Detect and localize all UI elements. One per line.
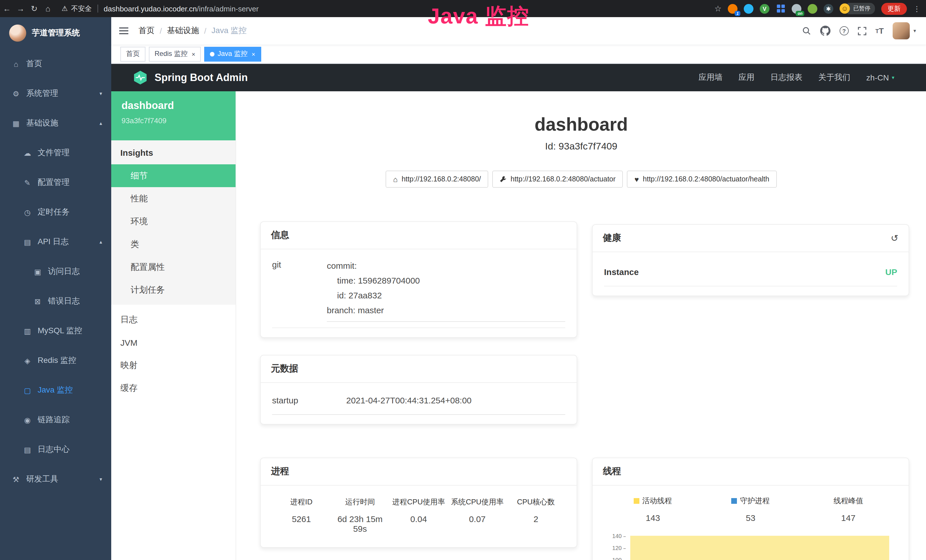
sidebar-item-api-logs[interactable]: ▤ API 日志 ▴ (0, 227, 111, 257)
sidebar-item-config-management[interactable]: ✎ 配置管理 (0, 168, 111, 197)
fullscreen-icon[interactable] (858, 27, 866, 35)
url-path: /infra/admin-server (197, 4, 259, 13)
actuator-url-button[interactable]: http://192.168.0.2:48080/actuator (492, 171, 623, 188)
sidebar-item-scheduled-jobs[interactable]: ◷ 定时任务 (0, 197, 111, 227)
health-url-button[interactable]: ♥ http://192.168.0.2:48080/actuator/heal… (627, 171, 777, 188)
search-icon[interactable] (802, 26, 811, 35)
java-monitor-icon: ▢ (23, 386, 32, 395)
tag-java-monitor[interactable]: Java 监控 × (204, 47, 261, 61)
page-title: dashboard (236, 114, 926, 135)
forward-button[interactable]: → (14, 4, 27, 13)
sidebar-item-redis-monitor[interactable]: ◈ Redis 监控 (0, 346, 111, 375)
process-col-uptime: 运行时间 6d 23h 15m 59s (331, 497, 390, 533)
sync-paused-badge: 已暂停 (847, 3, 875, 14)
breadcrumb-infrastructure[interactable]: 基础设施 (167, 26, 199, 36)
reload-button[interactable]: ↻ (27, 4, 41, 13)
extension-icon-vue[interactable]: V (760, 4, 769, 14)
health-row-instance[interactable]: Instance UP (604, 261, 897, 286)
sidebar-item-mysql-monitor[interactable]: ▥ MySQL 监控 (0, 316, 111, 346)
home-button[interactable]: ⌂ (41, 4, 55, 13)
process-col-pid: 进程ID 5261 (272, 497, 331, 533)
extension-icon-drop[interactable] (744, 4, 754, 14)
profile-chip[interactable]: ☺ 已暂停 (840, 3, 875, 14)
sba-nav-wallboard[interactable]: 应用墙 (699, 73, 723, 83)
sba-nav-about[interactable]: 关于我们 (819, 73, 850, 83)
sba-item-scheduled-tasks[interactable]: 计划任务 (111, 278, 236, 301)
sba-main: dashboard Id: 93a3fc7f7409 ⌂ http://192.… (236, 91, 926, 560)
browser-update-button[interactable]: 更新 (881, 3, 907, 15)
url-host: dashboard.yudao.iocoder.cn (104, 4, 197, 13)
site-security[interactable]: ⚠ 不安全 (62, 4, 104, 14)
sidebar-item-access-logs[interactable]: ▣ 访问日志 (0, 257, 111, 286)
sba-item-classes[interactable]: 类 (111, 233, 236, 256)
breadcrumb-home[interactable]: 首页 (139, 26, 154, 36)
font-size-icon[interactable]: TT (876, 26, 884, 35)
sidebar-item-tracing[interactable]: ◉ 链路追踪 (0, 405, 111, 435)
sidebar-item-devtools[interactable]: ⚒ 研发工具 ▾ (0, 465, 111, 494)
sba-item-config-props[interactable]: 配置属性 (111, 256, 236, 278)
home-icon: ⌂ (393, 175, 398, 183)
redis-icon: ◈ (23, 356, 32, 365)
sba-item-mappings[interactable]: 映射 (111, 354, 236, 377)
legend-peak-threads: 线程峰值 147 (799, 496, 897, 523)
sba-item-jvm[interactable]: JVM (111, 331, 236, 354)
extension-icon-grid[interactable] (776, 4, 785, 14)
sidebar-item-file-management[interactable]: ☁ 文件管理 (0, 138, 111, 168)
legend-daemon-threads: 守护进程 53 (702, 496, 800, 523)
file-icon: ☁ (23, 148, 32, 157)
back-button[interactable]: ← (0, 4, 14, 13)
close-icon[interactable]: × (192, 50, 195, 58)
startup-value: 2021-04-27T00:44:31.254+08:00 (346, 395, 472, 405)
browser-actions: ☆ 1 V on ✱ ☺ 已暂停 更新 ⋮ (714, 3, 926, 15)
sba-item-logs[interactable]: 日志 (111, 308, 236, 331)
git-info-value: commit: time: 1596289704000 id: 27aa832 … (327, 259, 565, 322)
threads-chart: 140 120 100 (604, 533, 897, 560)
info-row-git: git commit: time: 1596289704000 id: 27aa… (272, 259, 565, 328)
sba-item-environment[interactable]: 环境 (111, 210, 236, 233)
sidebar-logo[interactable]: 芋道管理系统 (0, 17, 111, 49)
y-axis-tick: 120 (604, 545, 626, 551)
github-icon[interactable] (820, 26, 831, 36)
sidebar-item-java-monitor[interactable]: ▢ Java 监控 (0, 375, 111, 405)
sba-item-metrics[interactable]: 性能 (111, 187, 236, 210)
y-axis-tick: 100 (604, 557, 626, 560)
extension-icon-proxy[interactable]: on (792, 4, 801, 14)
address-bar[interactable]: dashboard.yudao.iocoder.cn/infra/admin-s… (104, 4, 259, 13)
sidebar-item-error-logs[interactable]: ⊠ 错误日志 (0, 286, 111, 316)
process-card-body: 进程ID 5261 运行时间 6d 23h 15m 59s 进程CPU使用率 0… (261, 486, 576, 547)
bookmark-star-icon[interactable]: ☆ (714, 4, 722, 13)
close-icon[interactable]: × (251, 50, 255, 58)
extension-icon-leaf[interactable] (808, 4, 817, 14)
user-avatar[interactable] (893, 22, 910, 39)
health-card: 健康 ↺ Instance UP (592, 224, 909, 296)
breadcrumb: 首页 / 基础设施 / Java 监控 (139, 26, 247, 36)
sidebar-item-infrastructure[interactable]: ▦ 基础设施 ▴ (0, 108, 111, 138)
chevron-up-icon: ▴ (100, 120, 102, 126)
tag-home[interactable]: 首页 (120, 47, 145, 61)
threads-card-body: 活动线程 143 守护进程 53 线程峰值 (593, 486, 909, 560)
history-icon[interactable]: ↺ (891, 233, 898, 244)
sba-nav-journal[interactable]: 日志报表 (770, 73, 802, 83)
health-card-body: Instance UP (593, 252, 909, 295)
screen: ← → ↻ ⌂ ⚠ 不安全 dashboard.yudao.iocoder.cn… (0, 0, 926, 560)
process-card-header: 进程 (261, 458, 576, 486)
hamburger-button[interactable] (119, 27, 128, 34)
sba-brand[interactable]: Spring Boot Admin (133, 70, 248, 85)
sidebar-item-home[interactable]: ⌂ 首页 (0, 49, 111, 79)
extension-icon-orange[interactable]: 1 (728, 4, 737, 14)
sba-instance-header[interactable]: dashboard 93a3fc7f7409 (111, 91, 236, 140)
sba-nav-language[interactable]: zh-CN ▾ (866, 73, 894, 82)
browser-menu-kebab-icon[interactable]: ⋮ (913, 4, 921, 13)
access-log-icon: ▣ (33, 267, 42, 276)
sba-nav-applications[interactable]: 应用 (738, 73, 755, 83)
sidebar-item-system-management[interactable]: ⚙ 系统管理 ▾ (0, 79, 111, 108)
breadcrumb-separator: / (204, 26, 206, 35)
metadata-card-header: 元数据 (261, 356, 576, 383)
tag-redis-monitor[interactable]: Redis 监控 × (149, 47, 201, 61)
sba-item-details[interactable]: 细节 (111, 164, 236, 187)
sidebar-item-log-center[interactable]: ▤ 日志中心 (0, 435, 111, 465)
sba-item-caches[interactable]: 缓存 (111, 377, 236, 400)
help-icon[interactable]: ? (840, 26, 849, 35)
extension-icon-paw[interactable]: ✱ (824, 4, 833, 14)
service-url-button[interactable]: ⌂ http://192.168.0.2:48080/ (386, 171, 489, 188)
